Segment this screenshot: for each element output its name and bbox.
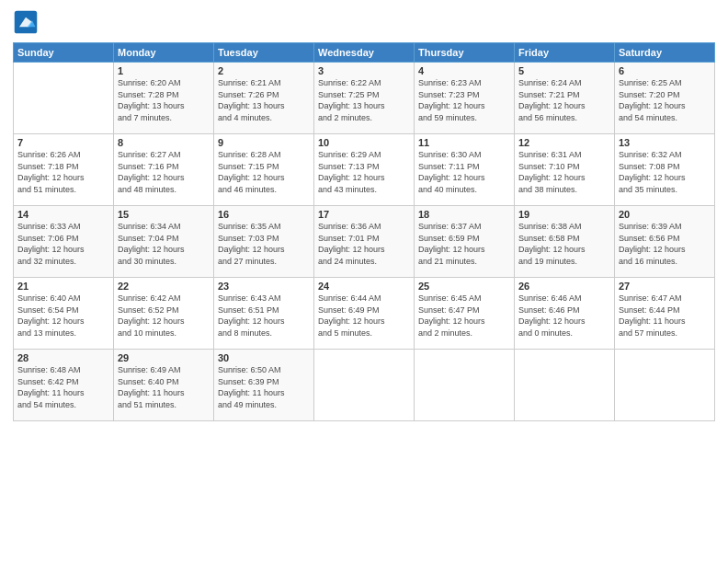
day-number: 14	[17, 209, 109, 220]
day-cell	[415, 350, 515, 421]
day-cell: 4Sunrise: 6:23 AM Sunset: 7:23 PM Daylig…	[415, 63, 515, 134]
week-row-1: 1Sunrise: 6:20 AM Sunset: 7:28 PM Daylig…	[14, 63, 715, 134]
day-info: Sunrise: 6:42 AM Sunset: 6:52 PM Dayligh…	[118, 293, 210, 339]
day-cell: 26Sunrise: 6:46 AM Sunset: 6:46 PM Dayli…	[515, 278, 615, 350]
day-cell: 30Sunrise: 6:50 AM Sunset: 6:39 PM Dayli…	[214, 350, 314, 421]
day-number: 20	[619, 209, 711, 220]
day-cell: 5Sunrise: 6:24 AM Sunset: 7:21 PM Daylig…	[515, 63, 615, 134]
day-number: 10	[318, 137, 410, 148]
day-number: 28	[17, 352, 109, 363]
day-cell	[615, 350, 715, 421]
day-info: Sunrise: 6:46 AM Sunset: 6:46 PM Dayligh…	[518, 293, 610, 339]
day-number: 30	[218, 352, 310, 363]
weekday-header-thursday: Thursday	[415, 43, 515, 63]
day-info: Sunrise: 6:28 AM Sunset: 7:15 PM Dayligh…	[218, 149, 310, 195]
day-cell: 25Sunrise: 6:45 AM Sunset: 6:47 PM Dayli…	[415, 278, 515, 350]
day-cell: 10Sunrise: 6:29 AM Sunset: 7:13 PM Dayli…	[314, 134, 415, 206]
weekday-header-saturday: Saturday	[615, 43, 715, 63]
calendar-table: SundayMondayTuesdayWednesdayThursdayFrid…	[13, 42, 715, 421]
day-cell: 28Sunrise: 6:48 AM Sunset: 6:42 PM Dayli…	[14, 350, 114, 421]
day-number: 12	[518, 137, 610, 148]
calendar-page: SundayMondayTuesdayWednesdayThursdayFrid…	[0, 0, 728, 563]
day-info: Sunrise: 6:26 AM Sunset: 7:18 PM Dayligh…	[17, 149, 109, 195]
day-cell: 8Sunrise: 6:27 AM Sunset: 7:16 PM Daylig…	[114, 134, 214, 206]
day-info: Sunrise: 6:29 AM Sunset: 7:13 PM Dayligh…	[318, 149, 410, 195]
day-cell: 16Sunrise: 6:35 AM Sunset: 7:03 PM Dayli…	[214, 206, 314, 278]
day-info: Sunrise: 6:23 AM Sunset: 7:23 PM Dayligh…	[418, 77, 510, 123]
day-cell: 19Sunrise: 6:38 AM Sunset: 6:58 PM Dayli…	[515, 206, 615, 278]
day-info: Sunrise: 6:20 AM Sunset: 7:28 PM Dayligh…	[118, 77, 210, 123]
day-info: Sunrise: 6:48 AM Sunset: 6:42 PM Dayligh…	[17, 364, 109, 410]
day-number: 26	[518, 281, 610, 292]
day-number: 22	[118, 281, 210, 292]
day-info: Sunrise: 6:49 AM Sunset: 6:40 PM Dayligh…	[118, 364, 210, 410]
day-cell: 1Sunrise: 6:20 AM Sunset: 7:28 PM Daylig…	[114, 63, 214, 134]
weekday-header-row: SundayMondayTuesdayWednesdayThursdayFrid…	[14, 43, 715, 63]
logo-icon	[13, 9, 39, 35]
day-cell: 11Sunrise: 6:30 AM Sunset: 7:11 PM Dayli…	[415, 134, 515, 206]
day-number: 3	[318, 65, 410, 76]
day-cell	[14, 63, 114, 134]
day-cell: 3Sunrise: 6:22 AM Sunset: 7:25 PM Daylig…	[314, 63, 415, 134]
day-number: 13	[619, 137, 711, 148]
day-info: Sunrise: 6:43 AM Sunset: 6:51 PM Dayligh…	[218, 293, 310, 339]
header	[13, 9, 715, 35]
day-cell: 22Sunrise: 6:42 AM Sunset: 6:52 PM Dayli…	[114, 278, 214, 350]
day-number: 5	[518, 65, 610, 76]
week-row-5: 28Sunrise: 6:48 AM Sunset: 6:42 PM Dayli…	[14, 350, 715, 421]
day-cell: 27Sunrise: 6:47 AM Sunset: 6:44 PM Dayli…	[615, 278, 715, 350]
day-info: Sunrise: 6:47 AM Sunset: 6:44 PM Dayligh…	[619, 293, 711, 339]
day-number: 23	[218, 281, 310, 292]
day-cell: 21Sunrise: 6:40 AM Sunset: 6:54 PM Dayli…	[14, 278, 114, 350]
day-cell: 23Sunrise: 6:43 AM Sunset: 6:51 PM Dayli…	[214, 278, 314, 350]
day-number: 29	[118, 352, 210, 363]
day-info: Sunrise: 6:24 AM Sunset: 7:21 PM Dayligh…	[518, 77, 610, 123]
day-info: Sunrise: 6:30 AM Sunset: 7:11 PM Dayligh…	[418, 149, 510, 195]
day-info: Sunrise: 6:22 AM Sunset: 7:25 PM Dayligh…	[318, 77, 410, 123]
day-info: Sunrise: 6:35 AM Sunset: 7:03 PM Dayligh…	[218, 221, 310, 267]
day-number: 27	[619, 281, 711, 292]
day-cell: 18Sunrise: 6:37 AM Sunset: 6:59 PM Dayli…	[415, 206, 515, 278]
day-cell: 13Sunrise: 6:32 AM Sunset: 7:08 PM Dayli…	[615, 134, 715, 206]
day-number: 2	[218, 65, 310, 76]
day-number: 17	[318, 209, 410, 220]
weekday-header-sunday: Sunday	[14, 43, 114, 63]
week-row-3: 14Sunrise: 6:33 AM Sunset: 7:06 PM Dayli…	[14, 206, 715, 278]
day-cell: 15Sunrise: 6:34 AM Sunset: 7:04 PM Dayli…	[114, 206, 214, 278]
day-info: Sunrise: 6:37 AM Sunset: 6:59 PM Dayligh…	[418, 221, 510, 267]
day-info: Sunrise: 6:38 AM Sunset: 6:58 PM Dayligh…	[518, 221, 610, 267]
weekday-header-wednesday: Wednesday	[314, 43, 415, 63]
day-number: 15	[118, 209, 210, 220]
day-cell: 14Sunrise: 6:33 AM Sunset: 7:06 PM Dayli…	[14, 206, 114, 278]
day-cell: 17Sunrise: 6:36 AM Sunset: 7:01 PM Dayli…	[314, 206, 415, 278]
day-info: Sunrise: 6:34 AM Sunset: 7:04 PM Dayligh…	[118, 221, 210, 267]
day-info: Sunrise: 6:44 AM Sunset: 6:49 PM Dayligh…	[318, 293, 410, 339]
day-info: Sunrise: 6:31 AM Sunset: 7:10 PM Dayligh…	[518, 149, 610, 195]
day-number: 1	[118, 65, 210, 76]
day-cell	[515, 350, 615, 421]
day-info: Sunrise: 6:27 AM Sunset: 7:16 PM Dayligh…	[118, 149, 210, 195]
day-cell: 7Sunrise: 6:26 AM Sunset: 7:18 PM Daylig…	[14, 134, 114, 206]
day-info: Sunrise: 6:33 AM Sunset: 7:06 PM Dayligh…	[17, 221, 109, 267]
day-cell: 12Sunrise: 6:31 AM Sunset: 7:10 PM Dayli…	[515, 134, 615, 206]
day-info: Sunrise: 6:36 AM Sunset: 7:01 PM Dayligh…	[318, 221, 410, 267]
day-number: 21	[17, 281, 109, 292]
day-cell: 20Sunrise: 6:39 AM Sunset: 6:56 PM Dayli…	[615, 206, 715, 278]
week-row-4: 21Sunrise: 6:40 AM Sunset: 6:54 PM Dayli…	[14, 278, 715, 350]
day-number: 6	[619, 65, 711, 76]
day-number: 25	[418, 281, 510, 292]
day-number: 19	[518, 209, 610, 220]
day-info: Sunrise: 6:45 AM Sunset: 6:47 PM Dayligh…	[418, 293, 510, 339]
weekday-header-tuesday: Tuesday	[214, 43, 314, 63]
day-info: Sunrise: 6:40 AM Sunset: 6:54 PM Dayligh…	[17, 293, 109, 339]
day-cell: 29Sunrise: 6:49 AM Sunset: 6:40 PM Dayli…	[114, 350, 214, 421]
day-number: 9	[218, 137, 310, 148]
day-cell: 6Sunrise: 6:25 AM Sunset: 7:20 PM Daylig…	[615, 63, 715, 134]
weekday-header-monday: Monday	[114, 43, 214, 63]
day-number: 18	[418, 209, 510, 220]
logo	[13, 9, 42, 35]
day-number: 11	[418, 137, 510, 148]
day-info: Sunrise: 6:21 AM Sunset: 7:26 PM Dayligh…	[218, 77, 310, 123]
day-number: 4	[418, 65, 510, 76]
day-number: 7	[17, 137, 109, 148]
